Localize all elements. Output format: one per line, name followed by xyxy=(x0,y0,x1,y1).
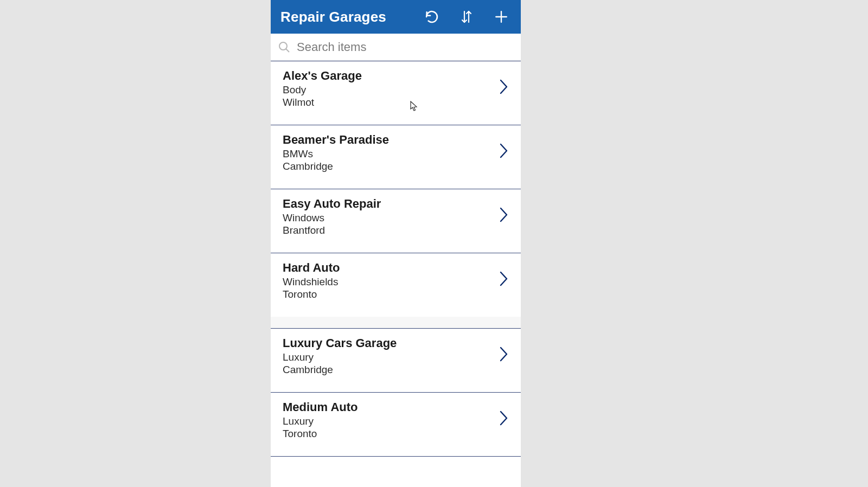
garage-name: Hard Auto xyxy=(283,261,493,275)
chevron-right-icon xyxy=(498,345,510,363)
list-item-text: Luxury Cars GarageLuxuryCambridge xyxy=(283,336,493,376)
chevron-right-icon xyxy=(498,270,510,288)
garage-specialty: BMWs xyxy=(283,148,493,160)
garage-location: Wilmot xyxy=(283,97,493,108)
list-item-text: Medium AutoLuxuryToronto xyxy=(283,400,493,440)
list-item-text: Easy Auto RepairWindowsBrantford xyxy=(283,197,493,236)
list-item-text: Beamer's ParadiseBMWsCambridge xyxy=(283,133,493,172)
garage-list: Alex's GarageBodyWilmotBeamer's Paradise… xyxy=(271,61,521,487)
search-bar[interactable] xyxy=(271,34,521,61)
list-item[interactable]: Luxury Cars GarageLuxuryCambridge xyxy=(271,329,521,393)
svg-point-4 xyxy=(279,42,287,50)
garage-name: Luxury Cars Garage xyxy=(283,336,493,350)
svg-line-5 xyxy=(286,49,289,52)
garage-location: Toronto xyxy=(283,428,493,440)
search-input[interactable] xyxy=(297,40,514,54)
add-icon[interactable] xyxy=(494,9,509,24)
chevron-right-icon xyxy=(498,142,510,160)
refresh-icon[interactable] xyxy=(424,9,439,24)
list-item-text: Hard AutoWindshieldsToronto xyxy=(283,261,493,300)
chevron-right-icon xyxy=(498,206,510,224)
list-item[interactable]: Easy Auto RepairWindowsBrantford xyxy=(271,189,521,253)
garage-name: Easy Auto Repair xyxy=(283,197,493,211)
garage-name: Beamer's Paradise xyxy=(283,133,493,147)
list-item[interactable]: Hard AutoWindshieldsToronto xyxy=(271,253,521,317)
chevron-right-icon xyxy=(498,409,510,427)
app-frame: Repair Garages xyxy=(271,0,521,487)
search-icon xyxy=(277,40,291,54)
garage-specialty: Luxury xyxy=(283,415,493,427)
garage-specialty: Windows xyxy=(283,212,493,224)
list-item[interactable]: Beamer's ParadiseBMWsCambridge xyxy=(271,125,521,189)
sort-icon[interactable] xyxy=(459,9,474,24)
header-actions xyxy=(424,9,509,24)
garage-location: Cambridge xyxy=(283,161,493,172)
page-title: Repair Garages xyxy=(280,9,424,25)
chevron-right-icon xyxy=(498,78,510,96)
list-item-text: Alex's GarageBodyWilmot xyxy=(283,69,493,108)
garage-specialty: Body xyxy=(283,84,493,96)
garage-location: Cambridge xyxy=(283,364,493,376)
garage-specialty: Luxury xyxy=(283,351,493,363)
garage-location: Brantford xyxy=(283,225,493,236)
garage-name: Alex's Garage xyxy=(283,69,493,83)
app-header: Repair Garages xyxy=(271,0,521,34)
garage-specialty: Windshields xyxy=(283,276,493,288)
list-item[interactable]: Alex's GarageBodyWilmot xyxy=(271,61,521,125)
garage-location: Toronto xyxy=(283,289,493,300)
list-item[interactable]: Medium AutoLuxuryToronto xyxy=(271,393,521,457)
garage-name: Medium Auto xyxy=(283,400,493,414)
